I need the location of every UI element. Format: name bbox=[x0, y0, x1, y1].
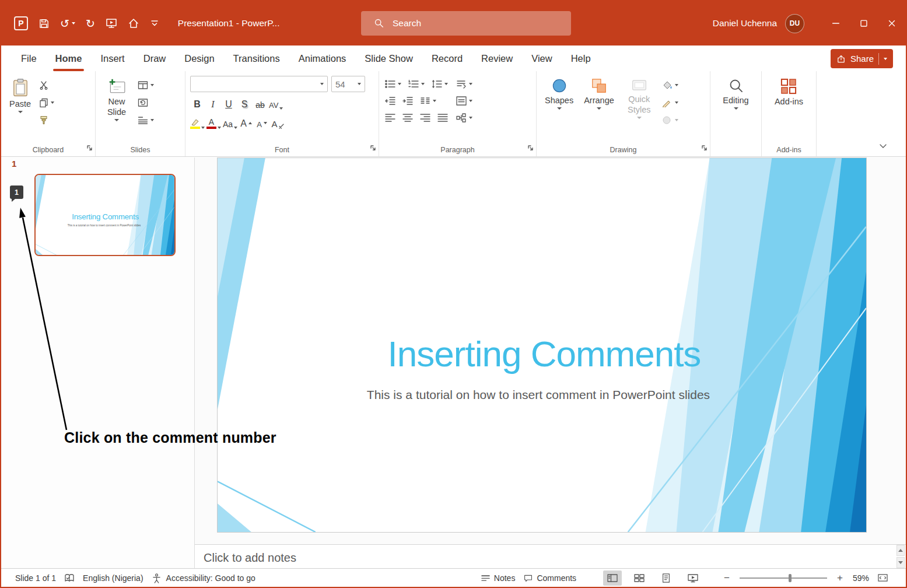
collapse-ribbon-button[interactable] bbox=[879, 141, 887, 152]
cut-button[interactable] bbox=[38, 79, 55, 91]
tab-draw[interactable]: Draw bbox=[134, 46, 176, 71]
character-spacing-button[interactable]: AV bbox=[269, 96, 283, 111]
reading-view-button[interactable] bbox=[657, 570, 675, 586]
slideshow-view-button[interactable] bbox=[684, 570, 702, 586]
paste-button[interactable]: Paste bbox=[6, 76, 34, 142]
normal-view-button[interactable] bbox=[603, 570, 622, 586]
section-chevron-icon bbox=[150, 119, 154, 121]
text-shadow-button[interactable]: S bbox=[237, 96, 251, 111]
shape-fill-button[interactable] bbox=[661, 79, 680, 91]
slide-thumbnail[interactable]: Inserting Comments This is a tutorial on… bbox=[34, 174, 176, 256]
layout-button[interactable] bbox=[136, 79, 155, 91]
increase-indent-button[interactable] bbox=[401, 95, 414, 107]
reset-slide-button[interactable] bbox=[136, 97, 155, 108]
tab-file[interactable]: File bbox=[12, 46, 46, 71]
align-text-button[interactable] bbox=[455, 95, 474, 107]
redo-button[interactable]: ↻ bbox=[86, 18, 95, 29]
share-button[interactable]: Share bbox=[831, 49, 893, 68]
fit-to-window-button[interactable] bbox=[877, 573, 888, 583]
user-name[interactable]: Daniel Uchenna bbox=[713, 18, 777, 29]
italic-button[interactable]: I bbox=[206, 96, 220, 111]
bullets-button[interactable] bbox=[384, 78, 402, 90]
decrease-indent-button[interactable] bbox=[384, 95, 397, 107]
numbering-button[interactable] bbox=[407, 78, 426, 90]
zoom-slider[interactable] bbox=[740, 578, 827, 579]
copy-button[interactable] bbox=[38, 97, 55, 108]
align-right-button[interactable] bbox=[419, 112, 432, 124]
increase-font-size-button[interactable]: A bbox=[239, 116, 253, 131]
tab-view[interactable]: View bbox=[522, 46, 561, 71]
tab-help[interactable]: Help bbox=[562, 46, 600, 71]
section-button[interactable] bbox=[136, 114, 155, 126]
slide-canvas[interactable]: Inserting Comments This is a tutorial on… bbox=[217, 158, 867, 533]
zoom-slider-handle[interactable] bbox=[789, 574, 792, 582]
quick-styles-button[interactable]: Quick Styles bbox=[621, 76, 657, 142]
tab-insert[interactable]: Insert bbox=[91, 46, 134, 71]
tab-home[interactable]: Home bbox=[46, 46, 92, 71]
close-button[interactable] bbox=[878, 1, 906, 46]
font-dialog-launcher[interactable] bbox=[370, 143, 376, 153]
powerpoint-logo-icon[interactable]: P bbox=[14, 16, 28, 30]
search-box[interactable]: Search bbox=[361, 11, 571, 36]
slide-title-textbox[interactable]: Inserting Comments bbox=[293, 333, 795, 374]
shape-outline-button[interactable] bbox=[661, 97, 680, 108]
line-spacing-button[interactable] bbox=[430, 78, 449, 90]
avatar[interactable]: DU bbox=[785, 14, 804, 33]
new-slide-button[interactable]: New Slide bbox=[100, 76, 133, 142]
notes-panel[interactable]: Click to add notes bbox=[195, 544, 906, 570]
editing-button[interactable]: Editing bbox=[719, 76, 752, 142]
minimize-button[interactable] bbox=[822, 1, 850, 46]
language-indicator[interactable]: English (Nigeria) bbox=[83, 573, 143, 583]
change-case-button[interactable]: Aa bbox=[223, 116, 237, 131]
accessibility-button[interactable] bbox=[152, 573, 162, 583]
zoom-out-button[interactable]: − bbox=[722, 572, 731, 584]
align-left-button[interactable] bbox=[384, 112, 397, 124]
tab-design[interactable]: Design bbox=[175, 46, 223, 71]
scroll-down-button[interactable] bbox=[897, 557, 905, 568]
tab-review[interactable]: Review bbox=[472, 46, 522, 71]
justify-button[interactable] bbox=[436, 112, 449, 124]
highlight-color-button[interactable] bbox=[190, 116, 205, 131]
shapes-button[interactable]: Shapes bbox=[541, 76, 577, 142]
underline-button[interactable]: U bbox=[222, 96, 236, 111]
decrease-font-size-button[interactable]: A bbox=[255, 116, 269, 131]
shape-effects-button[interactable] bbox=[661, 114, 680, 126]
accessibility-status[interactable]: Accessibility: Good to go bbox=[166, 573, 255, 583]
tab-slide-show[interactable]: Slide Show bbox=[355, 46, 422, 71]
tab-animations[interactable]: Animations bbox=[289, 46, 356, 71]
slide-sorter-view-button[interactable] bbox=[630, 570, 649, 586]
comments-toggle-button[interactable]: Comments bbox=[523, 573, 576, 583]
drawing-dialog-launcher[interactable] bbox=[701, 143, 708, 153]
customize-toolbar-button[interactable] bbox=[150, 19, 159, 28]
addins-button[interactable]: Add-ins bbox=[771, 76, 807, 142]
slide-subtitle-textbox[interactable]: This is a tutorial on how to insert comm… bbox=[288, 388, 789, 402]
maximize-button[interactable] bbox=[850, 1, 878, 46]
tab-record[interactable]: Record bbox=[422, 46, 472, 71]
zoom-in-button[interactable]: + bbox=[835, 572, 845, 584]
slide-indicator[interactable]: Slide 1 of 1 bbox=[15, 573, 56, 583]
format-painter-button[interactable] bbox=[38, 114, 55, 126]
clear-formatting-button[interactable]: A bbox=[271, 116, 285, 131]
save-button[interactable] bbox=[38, 18, 50, 29]
columns-button[interactable] bbox=[419, 95, 437, 107]
notes-toggle-button[interactable]: Notes bbox=[481, 573, 516, 583]
font-color-button[interactable]: A bbox=[206, 116, 221, 131]
convert-to-smartart-button[interactable] bbox=[455, 112, 474, 124]
clipboard-dialog-launcher[interactable] bbox=[86, 143, 93, 153]
comment-badge[interactable]: 1 bbox=[10, 186, 23, 199]
arrange-button[interactable]: Arrange bbox=[580, 76, 618, 142]
undo-button[interactable]: ↺ bbox=[60, 18, 75, 29]
bold-button[interactable]: B bbox=[190, 96, 204, 111]
paragraph-dialog-launcher[interactable] bbox=[527, 143, 534, 153]
tab-transitions[interactable]: Transitions bbox=[224, 46, 289, 71]
spellcheck-button[interactable] bbox=[64, 573, 75, 583]
text-direction-button[interactable] bbox=[455, 78, 474, 90]
scroll-up-button[interactable] bbox=[897, 545, 905, 556]
font-name-combo[interactable] bbox=[190, 76, 328, 92]
home-quick-button[interactable] bbox=[128, 18, 139, 29]
start-slideshow-button[interactable] bbox=[106, 18, 117, 29]
align-center-button[interactable] bbox=[401, 112, 414, 124]
zoom-percentage[interactable]: 59% bbox=[853, 573, 869, 583]
strikethrough-button[interactable]: ab bbox=[253, 96, 267, 111]
font-size-combo[interactable]: 54 bbox=[331, 76, 365, 92]
